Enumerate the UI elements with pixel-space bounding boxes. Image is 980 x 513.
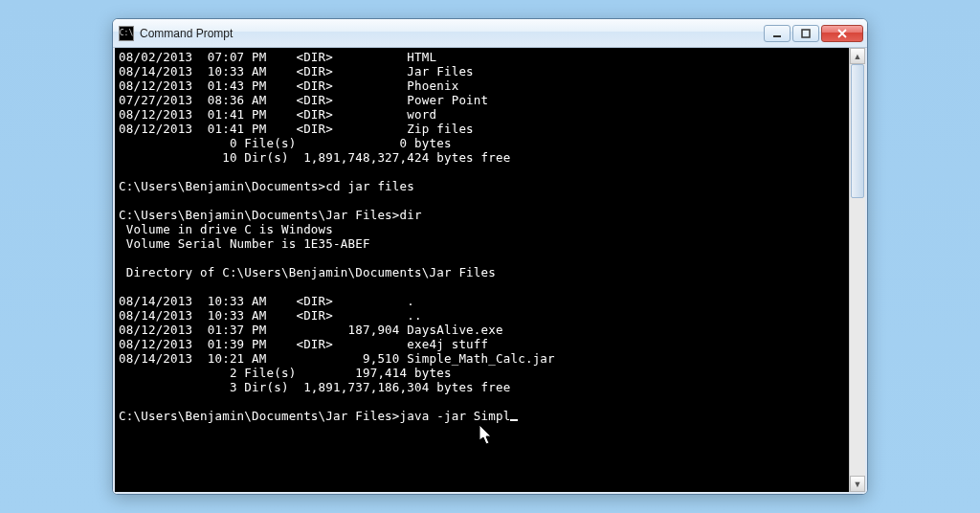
- text-cursor: [510, 419, 518, 421]
- scroll-thumb[interactable]: [851, 64, 864, 198]
- maximize-button[interactable]: [792, 25, 819, 42]
- window-controls: [764, 25, 865, 42]
- scroll-up-button[interactable]: ▲: [850, 48, 865, 64]
- app-icon: C:\: [119, 26, 134, 41]
- svg-rect-1: [802, 30, 810, 37]
- window-title: Command Prompt: [140, 27, 758, 40]
- vertical-scrollbar[interactable]: ▲ ▼: [849, 48, 865, 492]
- console-output[interactable]: 08/02/2013 07:07 PM <DIR> HTML 08/14/201…: [115, 48, 849, 492]
- close-button[interactable]: [821, 25, 863, 42]
- command-prompt-window: C:\ Command Prompt 08/02/2013 07:07 PM <…: [112, 18, 868, 495]
- scroll-track[interactable]: [850, 64, 865, 476]
- console-area: 08/02/2013 07:07 PM <DIR> HTML 08/14/201…: [113, 48, 867, 494]
- prompt: C:\Users\Benjamin\Documents\Jar Files>: [119, 409, 400, 423]
- scroll-down-button[interactable]: ▼: [850, 476, 865, 492]
- svg-rect-0: [773, 35, 781, 37]
- minimize-button[interactable]: [764, 25, 791, 42]
- typed-command: java -jar Simpl: [400, 409, 511, 423]
- titlebar[interactable]: C:\ Command Prompt: [113, 19, 867, 48]
